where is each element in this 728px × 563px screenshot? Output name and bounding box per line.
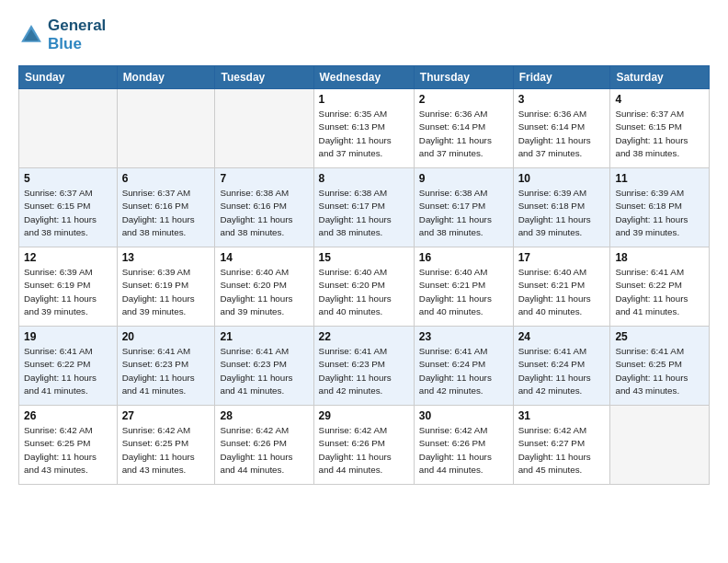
- day-number: 28: [220, 409, 308, 422]
- day-number: 31: [518, 409, 606, 422]
- calendar-table: SundayMondayTuesdayWednesdayThursdayFrid…: [18, 65, 710, 485]
- day-info: Sunrise: 6:39 AM Sunset: 6:18 PM Dayligh…: [615, 187, 704, 239]
- calendar-cell: 23Sunrise: 6:41 AM Sunset: 6:24 PM Dayli…: [414, 327, 513, 406]
- day-number: 11: [615, 172, 704, 185]
- day-info: Sunrise: 6:42 AM Sunset: 6:26 PM Dayligh…: [419, 424, 508, 477]
- day-number: 7: [220, 172, 308, 185]
- day-info: Sunrise: 6:36 AM Sunset: 6:14 PM Dayligh…: [419, 108, 508, 160]
- day-number: 2: [419, 93, 508, 106]
- day-info: Sunrise: 6:42 AM Sunset: 6:25 PM Dayligh…: [122, 424, 210, 477]
- day-number: 13: [122, 251, 210, 264]
- logo-icon: [18, 22, 44, 48]
- day-info: Sunrise: 6:42 AM Sunset: 6:25 PM Dayligh…: [24, 424, 112, 477]
- weekday-header: Thursday: [414, 66, 513, 89]
- calendar-week-row: 26Sunrise: 6:42 AM Sunset: 6:25 PM Dayli…: [19, 406, 710, 485]
- day-info: Sunrise: 6:41 AM Sunset: 6:23 PM Dayligh…: [122, 345, 210, 397]
- weekday-header: Monday: [117, 66, 215, 89]
- weekday-header: Sunday: [19, 66, 118, 89]
- calendar-week-row: 5Sunrise: 6:37 AM Sunset: 6:15 PM Daylig…: [19, 168, 710, 247]
- day-info: Sunrise: 6:41 AM Sunset: 6:24 PM Dayligh…: [518, 345, 606, 397]
- day-number: 19: [24, 330, 112, 343]
- calendar-cell: 15Sunrise: 6:40 AM Sunset: 6:20 PM Dayli…: [313, 247, 414, 327]
- day-info: Sunrise: 6:40 AM Sunset: 6:20 PM Dayligh…: [319, 266, 409, 318]
- day-info: Sunrise: 6:42 AM Sunset: 6:26 PM Dayligh…: [220, 424, 308, 477]
- calendar-cell: 28Sunrise: 6:42 AM Sunset: 6:26 PM Dayli…: [215, 406, 313, 485]
- day-number: 12: [24, 251, 112, 264]
- calendar-cell: 5Sunrise: 6:37 AM Sunset: 6:15 PM Daylig…: [19, 168, 118, 247]
- calendar-cell: 13Sunrise: 6:39 AM Sunset: 6:19 PM Dayli…: [117, 247, 215, 327]
- day-info: Sunrise: 6:40 AM Sunset: 6:21 PM Dayligh…: [419, 266, 508, 318]
- calendar-cell: 26Sunrise: 6:42 AM Sunset: 6:25 PM Dayli…: [19, 406, 118, 485]
- calendar-cell: 6Sunrise: 6:37 AM Sunset: 6:16 PM Daylig…: [117, 168, 215, 247]
- day-number: 26: [24, 409, 112, 422]
- weekday-header: Wednesday: [313, 66, 414, 89]
- day-number: 23: [419, 330, 508, 343]
- logo-text: General Blue: [48, 17, 106, 52]
- calendar-cell: 3Sunrise: 6:36 AM Sunset: 6:14 PM Daylig…: [513, 89, 610, 168]
- calendar-cell: 25Sunrise: 6:41 AM Sunset: 6:25 PM Dayli…: [610, 327, 710, 406]
- day-info: Sunrise: 6:39 AM Sunset: 6:19 PM Dayligh…: [24, 266, 112, 318]
- day-info: Sunrise: 6:41 AM Sunset: 6:25 PM Dayligh…: [615, 345, 704, 397]
- calendar-cell: 27Sunrise: 6:42 AM Sunset: 6:25 PM Dayli…: [117, 406, 215, 485]
- calendar-cell: 9Sunrise: 6:38 AM Sunset: 6:17 PM Daylig…: [414, 168, 513, 247]
- day-info: Sunrise: 6:41 AM Sunset: 6:23 PM Dayligh…: [319, 345, 409, 397]
- calendar-week-row: 12Sunrise: 6:39 AM Sunset: 6:19 PM Dayli…: [19, 247, 710, 327]
- calendar-cell: 18Sunrise: 6:41 AM Sunset: 6:22 PM Dayli…: [610, 247, 710, 327]
- day-number: 10: [518, 172, 606, 185]
- day-info: Sunrise: 6:37 AM Sunset: 6:15 PM Dayligh…: [24, 187, 112, 239]
- calendar-cell: [610, 406, 710, 485]
- calendar-cell: 10Sunrise: 6:39 AM Sunset: 6:18 PM Dayli…: [513, 168, 610, 247]
- day-number: 24: [518, 330, 606, 343]
- calendar-cell: 24Sunrise: 6:41 AM Sunset: 6:24 PM Dayli…: [513, 327, 610, 406]
- calendar-cell: 31Sunrise: 6:42 AM Sunset: 6:27 PM Dayli…: [513, 406, 610, 485]
- calendar-cell: 1Sunrise: 6:35 AM Sunset: 6:13 PM Daylig…: [313, 89, 414, 168]
- weekday-header: Saturday: [610, 66, 710, 89]
- day-info: Sunrise: 6:41 AM Sunset: 6:23 PM Dayligh…: [220, 345, 308, 397]
- day-info: Sunrise: 6:38 AM Sunset: 6:17 PM Dayligh…: [319, 187, 409, 239]
- calendar-cell: 16Sunrise: 6:40 AM Sunset: 6:21 PM Dayli…: [414, 247, 513, 327]
- calendar-cell: 4Sunrise: 6:37 AM Sunset: 6:15 PM Daylig…: [610, 89, 710, 168]
- day-info: Sunrise: 6:37 AM Sunset: 6:15 PM Dayligh…: [615, 108, 704, 160]
- day-number: 4: [615, 93, 704, 106]
- calendar-cell: 29Sunrise: 6:42 AM Sunset: 6:26 PM Dayli…: [313, 406, 414, 485]
- day-info: Sunrise: 6:39 AM Sunset: 6:18 PM Dayligh…: [518, 187, 606, 239]
- day-info: Sunrise: 6:42 AM Sunset: 6:26 PM Dayligh…: [319, 424, 409, 477]
- calendar-cell: 2Sunrise: 6:36 AM Sunset: 6:14 PM Daylig…: [414, 89, 513, 168]
- day-number: 21: [220, 330, 308, 343]
- day-number: 27: [122, 409, 210, 422]
- day-number: 1: [319, 93, 409, 106]
- day-info: Sunrise: 6:39 AM Sunset: 6:19 PM Dayligh…: [122, 266, 210, 318]
- calendar-cell: 8Sunrise: 6:38 AM Sunset: 6:17 PM Daylig…: [313, 168, 414, 247]
- day-number: 6: [122, 172, 210, 185]
- logo: General Blue: [18, 17, 106, 52]
- calendar-week-row: 1Sunrise: 6:35 AM Sunset: 6:13 PM Daylig…: [19, 89, 710, 168]
- day-number: 29: [319, 409, 409, 422]
- calendar-cell: [19, 89, 118, 168]
- calendar-cell: 22Sunrise: 6:41 AM Sunset: 6:23 PM Dayli…: [313, 327, 414, 406]
- day-info: Sunrise: 6:38 AM Sunset: 6:16 PM Dayligh…: [220, 187, 308, 239]
- day-number: 9: [419, 172, 508, 185]
- day-number: 18: [615, 251, 704, 264]
- calendar-cell: 14Sunrise: 6:40 AM Sunset: 6:20 PM Dayli…: [215, 247, 313, 327]
- calendar-cell: 11Sunrise: 6:39 AM Sunset: 6:18 PM Dayli…: [610, 168, 710, 247]
- day-number: 20: [122, 330, 210, 343]
- day-number: 15: [319, 251, 409, 264]
- day-info: Sunrise: 6:36 AM Sunset: 6:14 PM Dayligh…: [518, 108, 606, 160]
- day-info: Sunrise: 6:40 AM Sunset: 6:21 PM Dayligh…: [518, 266, 606, 318]
- day-number: 3: [518, 93, 606, 106]
- day-info: Sunrise: 6:37 AM Sunset: 6:16 PM Dayligh…: [122, 187, 210, 239]
- header: General Blue: [18, 17, 710, 52]
- day-number: 17: [518, 251, 606, 264]
- day-number: 8: [319, 172, 409, 185]
- day-info: Sunrise: 6:42 AM Sunset: 6:27 PM Dayligh…: [518, 424, 606, 477]
- day-info: Sunrise: 6:35 AM Sunset: 6:13 PM Dayligh…: [319, 108, 409, 160]
- calendar-cell: 30Sunrise: 6:42 AM Sunset: 6:26 PM Dayli…: [414, 406, 513, 485]
- page: General Blue SundayMondayTuesdayWednesda…: [0, 0, 728, 563]
- calendar-header-row: SundayMondayTuesdayWednesdayThursdayFrid…: [19, 66, 710, 89]
- calendar-cell: 12Sunrise: 6:39 AM Sunset: 6:19 PM Dayli…: [19, 247, 118, 327]
- calendar-cell: 21Sunrise: 6:41 AM Sunset: 6:23 PM Dayli…: [215, 327, 313, 406]
- weekday-header: Friday: [513, 66, 610, 89]
- calendar-cell: [117, 89, 215, 168]
- day-info: Sunrise: 6:38 AM Sunset: 6:17 PM Dayligh…: [419, 187, 508, 239]
- day-info: Sunrise: 6:40 AM Sunset: 6:20 PM Dayligh…: [220, 266, 308, 318]
